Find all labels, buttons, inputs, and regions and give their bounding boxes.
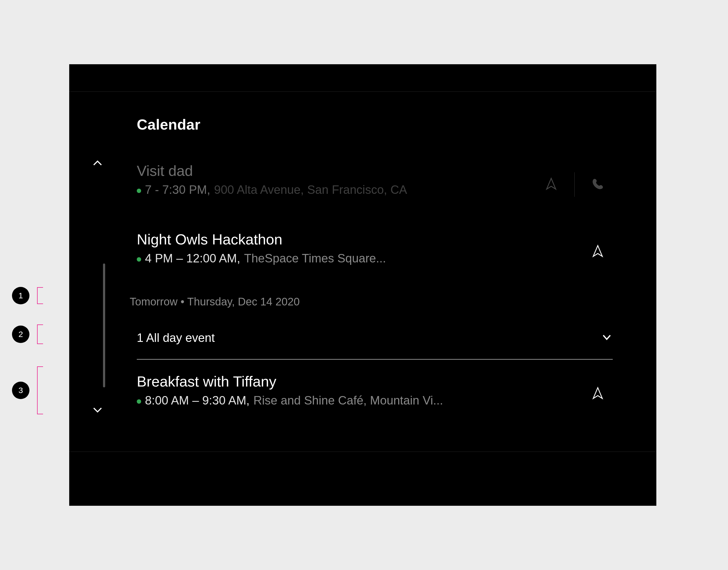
annotation-3: 3	[12, 366, 43, 414]
annotation-2: 2	[12, 324, 43, 344]
navigate-button[interactable]	[583, 383, 613, 405]
scroll-down-button[interactable]	[91, 403, 104, 416]
event-location: 900 Alta Avenue, San Francisco, CA	[214, 183, 407, 197]
chevron-down-icon	[92, 404, 103, 415]
annotation-bracket	[37, 366, 43, 414]
navigate-icon	[544, 177, 558, 192]
call-button[interactable]	[583, 174, 613, 196]
phone-icon	[591, 177, 604, 192]
navigate-icon	[591, 386, 604, 401]
divider	[69, 452, 656, 452]
all-day-toggle[interactable]: 1 All day event	[137, 327, 613, 359]
event-title: Breakfast with Tiffany	[137, 373, 656, 389]
navigate-button[interactable]	[536, 174, 566, 196]
event-time: 8:00 AM – 9:30 AM,	[145, 393, 249, 408]
annotation-badge: 3	[12, 382, 29, 399]
annotation-badge: 2	[12, 326, 29, 343]
annotation-badge: 1	[12, 287, 29, 304]
chevron-down-icon	[601, 331, 613, 344]
date-section-header: Tomorrow • Thursday, Dec 14 2020	[130, 296, 300, 308]
scrollbar-thumb[interactable]	[103, 264, 105, 387]
scroll-up-button[interactable]	[91, 157, 104, 170]
calendar-panel: Calendar Visit dad 7 - 7:30 PM, 900	[69, 64, 656, 506]
annotation-bracket	[37, 287, 43, 304]
event-row[interactable]: Night Owls Hackathon 4 PM – 12:00 AM, Th…	[137, 231, 656, 280]
navigate-button[interactable]	[583, 241, 613, 263]
annotation-1: 1	[12, 287, 43, 304]
status-dot-icon	[137, 399, 141, 404]
chevron-up-icon	[92, 158, 103, 169]
event-row[interactable]: Visit dad 7 - 7:30 PM, 900 Alta Avenue, …	[137, 163, 656, 212]
divider	[69, 91, 656, 92]
event-time: 7 - 7:30 PM,	[145, 183, 210, 197]
event-subtitle: 4 PM – 12:00 AM, TheSpace Times Square..…	[137, 251, 656, 266]
event-location: Rise and Shine Café, Mountain Vi...	[253, 393, 443, 408]
status-dot-icon	[137, 257, 141, 262]
divider	[574, 172, 575, 197]
event-subtitle: 8:00 AM – 9:30 AM, Rise and Shine Café, …	[137, 393, 656, 408]
all-day-label: 1 All day event	[137, 331, 215, 345]
event-time: 4 PM – 12:00 AM,	[145, 251, 240, 266]
app-title: Calendar	[137, 116, 200, 133]
event-row[interactable]: Breakfast with Tiffany 8:00 AM – 9:30 AM…	[137, 373, 656, 422]
event-title: Night Owls Hackathon	[137, 231, 656, 247]
annotation-bracket	[37, 324, 43, 344]
status-dot-icon	[137, 189, 141, 193]
event-location: TheSpace Times Square...	[244, 251, 386, 266]
navigate-icon	[591, 244, 604, 259]
